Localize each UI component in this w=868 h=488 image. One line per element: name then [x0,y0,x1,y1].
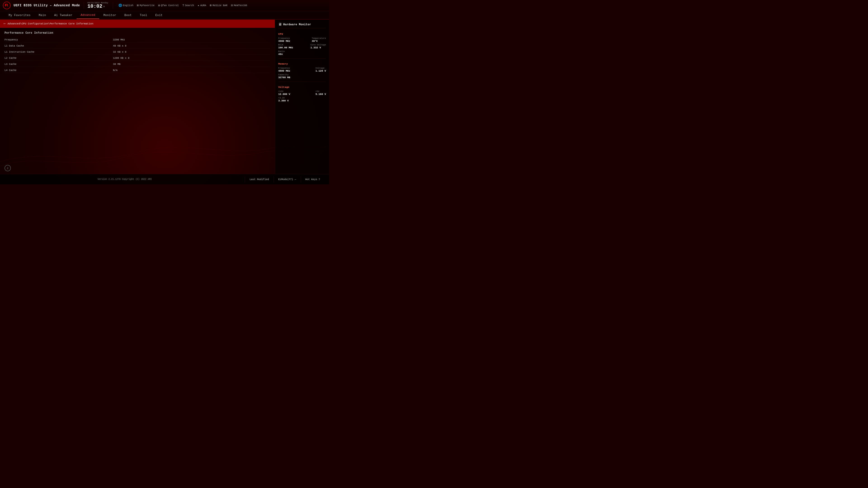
last-modified-label: Last Modified [250,178,269,181]
cpu-ratio-label: Ratio [278,51,285,53]
tab-main[interactable]: Main [35,12,50,19]
aura-label: AURA [200,4,206,7]
label-l3: L3 Cache [4,63,68,66]
memtest-button[interactable]: ⊟ MemTest86 [231,4,247,7]
mem-capacity-row: Capacity 32768 MB [278,74,326,79]
myfavorite-button[interactable]: ⊞ MyFavorite [137,4,155,7]
globe-icon: 🌐 [119,4,122,7]
header: UEFI BIOS Utility – Advanced Mode 08/22/… [0,0,329,11]
row-frequency: Frequency 3200 MHz [4,37,270,42]
ez-mode-icon: → [294,178,296,181]
hot-keys-button[interactable]: Hot Keys ? [301,176,324,183]
tab-advanced[interactable]: Advanced [76,11,99,19]
row-l3: L3 Cache 30 MB [4,62,270,67]
cpu-ratio-value: 49x [278,53,285,56]
search-label: Search [185,4,194,7]
cpu-temp-label: Temperature [312,37,326,39]
tab-favorites[interactable]: My Favorites [4,12,35,19]
resizebar-button[interactable]: ⊞ ReSize BAR [210,4,227,7]
cpu-bclk-value: 100.00 MHz [278,46,293,49]
cpu-frequency-item: Frequency 4900 MHz [278,37,290,42]
breadcrumb-path: Advanced\CPU Configuration\Performance C… [8,22,94,25]
label-l2: L2 Cache [4,57,68,59]
qfan-button[interactable]: ⚙ Qfan Control [158,4,179,7]
center-content: ← Advanced\CPU Configuration\Performance… [0,20,275,174]
info-icon-area: i [0,162,275,174]
nav-bar: My Favorites Main Ai Tweaker Advanced Mo… [0,11,329,20]
cpu-corevolt-label: Core Voltage [311,44,326,46]
aura-button[interactable]: ✦ AURA [197,4,206,7]
volt-12v-value: 12.000 V [278,93,290,96]
volt-5v-value: 5.160 V [315,93,326,96]
value-l1-data: 48 KB x 8 [113,44,126,47]
aura-icon: ✦ [197,4,199,7]
volt-5v-label: +5V [315,90,326,93]
volt-33v-row: +3.3V 3.360 V [278,97,326,102]
bios-title: UEFI BIOS Utility – Advanced Mode [13,4,80,7]
volt-5v-item: +5V 5.160 V [315,90,326,96]
info-icon: i [4,165,11,171]
memory-voltage-divider [278,82,326,82]
myfavorite-label: MyFavorite [140,4,155,7]
volt-33v-item: +3.3V 3.360 V [278,97,289,102]
settings-icon[interactable]: ⚙ [103,5,105,8]
volt-12v-5v-row: +12V 12.000 V +5V 5.160 V [278,90,326,96]
row-l4: L4 Cache N/A [4,68,270,73]
logo-area [3,1,11,9]
search-button[interactable]: ? Search [182,4,194,7]
tab-ai-tweaker[interactable]: Ai Tweaker [50,12,76,19]
fan-icon: ⚙ [158,4,160,7]
header-tools: 🌐 English ⊞ MyFavorite ⚙ Qfan Control ? … [119,4,247,7]
tab-tool[interactable]: Tool [136,12,151,19]
cpu-memory-divider [278,58,326,59]
cpu-corevolt-item: Core Voltage 1.332 V [311,44,326,49]
value-l3: 30 MB [113,63,121,66]
datetime-area: 08/22/2022 Monday 10:02 ⚙ [88,2,108,9]
mem-freq-label: Frequency [278,67,290,69]
cpu-temp-item: Temperature 46°C [312,37,326,42]
tab-boot[interactable]: Boot [120,12,135,19]
back-button[interactable]: ← [4,22,6,26]
main-area: ← Advanced\CPU Configuration\Performance… [0,20,329,174]
resizebar-label: ReSize BAR [213,4,227,7]
cpu-temp-value: 46°C [312,40,326,42]
value-l4: N/A [113,69,118,72]
tab-monitor[interactable]: Monitor [99,12,120,19]
label-frequency: Frequency [4,38,68,41]
ez-mode-button[interactable]: EzMode(F7) → [274,176,301,183]
volt-12v-label: +12V [278,90,290,93]
hw-monitor-header: 🖥 Hardware Monitor [278,22,326,28]
question-icon: ? [182,4,184,7]
footer-buttons: Last Modified EzMode(F7) → Hot Keys ? [245,176,324,183]
row-l1-instr: L1 Instruction Cache 32 KB x 8 [4,50,270,55]
mem-volt-label: Voltage [315,67,326,69]
cpu-ratio-row: Ratio 49x [278,51,326,56]
mem-freq-value: 4800 MHz [278,70,290,72]
last-modified-button[interactable]: Last Modified [245,176,274,183]
memtest-icon: ⊟ [231,4,233,7]
label-l1-instr: L1 Instruction Cache [4,51,68,53]
cpu-section-title: CPU [278,33,326,35]
version-text: Version 2.21.1278 Copyright (C) 2022 AMI [4,178,245,181]
language-selector[interactable]: 🌐 English [119,4,133,7]
mem-freq-volt-row: Frequency 4800 MHz Voltage 1.120 V [278,67,326,72]
mem-voltage-item: Voltage 1.120 V [315,67,326,72]
qfan-label: Qfan Control [161,4,179,7]
memtest-label: MemTest86 [234,4,247,7]
language-label: English [123,4,133,7]
rog-logo-icon [3,1,11,9]
row-l1-data: L1 Data Cache 48 KB x 8 [4,43,270,48]
mem-capacity-item: Capacity 32768 MB [278,74,290,79]
cpu-freq-temp-row: Frequency 4900 MHz Temperature 46°C [278,37,326,42]
voltage-section-title: Voltage [278,86,326,89]
breadcrumb-bar: ← Advanced\CPU Configuration\Performance… [0,20,275,28]
time-display: 10:02 ⚙ [88,4,105,9]
volt-33v-label: +3.3V [278,97,289,99]
section-title: Performance Core Information [4,31,270,35]
star-icon: ⊞ [137,4,139,7]
cpu-bclk-item: BCLK 100.00 MHz [278,44,293,49]
mem-volt-value: 1.120 V [315,70,326,72]
cpu-freq-label: Frequency [278,37,290,39]
tab-exit[interactable]: Exit [151,12,166,19]
volt-33v-value: 3.360 V [278,99,289,102]
